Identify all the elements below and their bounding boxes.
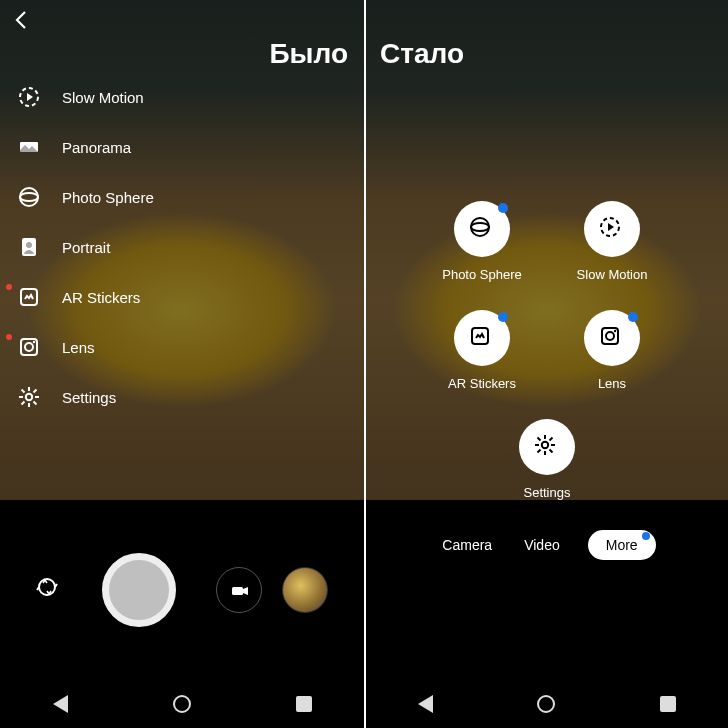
grid-item-photo-sphere[interactable]: Photo Sphere bbox=[438, 201, 526, 282]
camera-modes-menu: Slow Motion Panorama Photo Sphere Portra… bbox=[14, 72, 354, 422]
menu-item-label: Panorama bbox=[62, 139, 131, 156]
new-indicator-icon bbox=[498, 203, 508, 213]
grid-item-ar-stickers[interactable]: AR Stickers bbox=[438, 310, 526, 391]
switch-camera-icon bbox=[35, 575, 65, 605]
mode-tab-more[interactable]: More bbox=[588, 530, 656, 560]
menu-item-ar-stickers[interactable]: AR Stickers bbox=[14, 272, 354, 322]
grid-item-label: Settings bbox=[524, 485, 571, 500]
mode-tab-video[interactable]: Video bbox=[520, 530, 564, 560]
more-modes-grid: Photo Sphere Slow Motion AR Stickers Len… bbox=[366, 201, 728, 500]
nav-back-icon[interactable] bbox=[53, 695, 68, 713]
nav-home-icon[interactable] bbox=[173, 695, 191, 713]
slowmo-icon bbox=[14, 82, 44, 112]
gallery-thumbnail[interactable] bbox=[282, 567, 328, 613]
lens-icon bbox=[598, 324, 626, 352]
arstickers-icon bbox=[468, 324, 496, 352]
menu-item-label: AR Stickers bbox=[62, 289, 140, 306]
portrait-icon bbox=[14, 232, 44, 262]
nav-recents-icon[interactable] bbox=[660, 696, 676, 712]
bottom-spacer bbox=[366, 560, 728, 680]
grid-item-label: Slow Motion bbox=[577, 267, 648, 282]
shutter-button[interactable] bbox=[102, 553, 176, 627]
switch-camera-button[interactable] bbox=[28, 568, 72, 612]
mode-tab-camera[interactable]: Camera bbox=[438, 530, 496, 560]
grid-item-settings[interactable]: Settings bbox=[503, 419, 591, 500]
menu-item-label: Slow Motion bbox=[62, 89, 144, 106]
menu-item-panorama[interactable]: Panorama bbox=[14, 122, 354, 172]
menu-item-portrait[interactable]: Portrait bbox=[14, 222, 354, 272]
menu-item-label: Photo Sphere bbox=[62, 189, 154, 206]
grid-item-label: AR Stickers bbox=[448, 376, 516, 391]
new-indicator-icon bbox=[642, 532, 650, 540]
after-label: Стало bbox=[380, 38, 464, 70]
new-indicator-icon bbox=[628, 312, 638, 322]
video-mode-button[interactable] bbox=[216, 567, 262, 613]
system-nav-bar bbox=[0, 680, 364, 728]
nav-recents-icon[interactable] bbox=[296, 696, 312, 712]
photosphere-icon bbox=[14, 182, 44, 212]
grid-item-lens[interactable]: Lens bbox=[568, 310, 656, 391]
panorama-icon bbox=[14, 132, 44, 162]
nav-back-icon[interactable] bbox=[418, 695, 433, 713]
menu-item-label: Portrait bbox=[62, 239, 110, 256]
menu-item-label: Settings bbox=[62, 389, 116, 406]
grid-item-label: Lens bbox=[598, 376, 626, 391]
new-indicator-icon bbox=[6, 334, 12, 340]
menu-item-label: Lens bbox=[62, 339, 95, 356]
slowmo-icon bbox=[598, 215, 626, 243]
system-nav-bar bbox=[366, 680, 728, 728]
arstickers-icon bbox=[14, 282, 44, 312]
before-label: Было bbox=[269, 38, 348, 70]
menu-item-slow-motion[interactable]: Slow Motion bbox=[14, 72, 354, 122]
after-pane: Стало Photo Sphere Slow Motion AR Sticke… bbox=[364, 0, 728, 728]
lens-icon bbox=[14, 332, 44, 362]
new-indicator-icon bbox=[498, 312, 508, 322]
mode-selector: Camera Video More bbox=[366, 530, 728, 560]
back-button[interactable] bbox=[8, 6, 36, 34]
grid-item-slow-motion[interactable]: Slow Motion bbox=[568, 201, 656, 282]
mode-tab-label: More bbox=[606, 537, 638, 553]
settings-icon bbox=[14, 382, 44, 412]
back-arrow-icon bbox=[10, 8, 34, 32]
before-pane: Было Slow Motion Panorama Photo Sphere P… bbox=[0, 0, 364, 728]
menu-item-photo-sphere[interactable]: Photo Sphere bbox=[14, 172, 354, 222]
video-icon bbox=[228, 579, 250, 601]
menu-item-settings[interactable]: Settings bbox=[14, 372, 354, 422]
menu-item-lens[interactable]: Lens bbox=[14, 322, 354, 372]
new-indicator-icon bbox=[6, 284, 12, 290]
grid-item-label: Photo Sphere bbox=[442, 267, 522, 282]
settings-icon bbox=[533, 433, 561, 461]
camera-controls-bar bbox=[0, 500, 364, 680]
photosphere-icon bbox=[468, 215, 496, 243]
nav-home-icon[interactable] bbox=[537, 695, 555, 713]
